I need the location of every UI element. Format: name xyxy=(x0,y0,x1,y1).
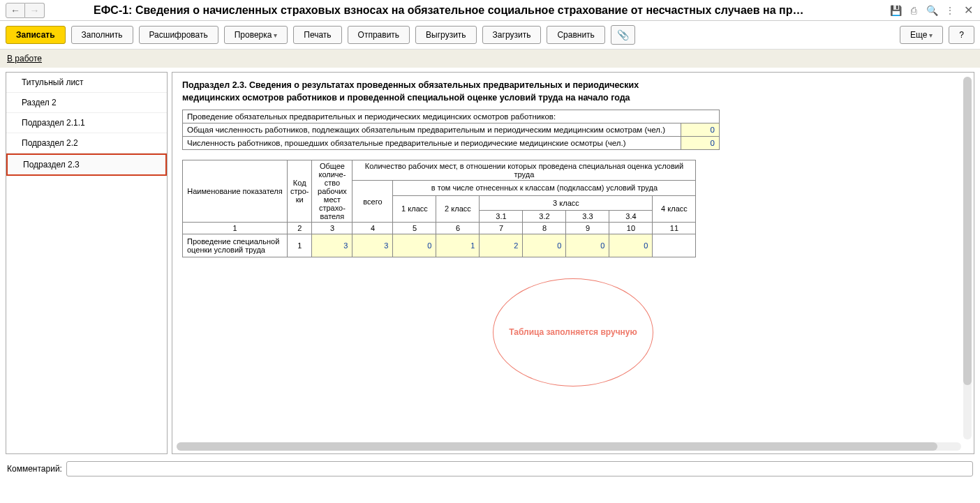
t1-row-1: Численность работников, прошедших обязат… xyxy=(183,137,720,150)
annotation-wrap: Таблица заполняется вручную xyxy=(182,278,964,386)
window-title: ЕФС-1: Сведения о начисленных страховых … xyxy=(52,4,889,17)
t2-h-name: Наименование показателя xyxy=(183,160,288,223)
close-icon[interactable]: ✕ xyxy=(962,4,974,17)
t2-v-4[interactable]: 2 xyxy=(480,234,523,257)
t2-h-33: 3.3 xyxy=(566,211,609,223)
t2-h-code: Код стро-ки xyxy=(288,160,312,223)
t2-cn-9: 9 xyxy=(566,223,609,234)
t1-row-0: Общая численность работников, подлежащих… xyxy=(183,123,720,137)
status-link[interactable]: В работе xyxy=(7,54,42,63)
t2-v-0[interactable]: 3 xyxy=(312,234,352,257)
nav-back-button[interactable]: ← xyxy=(6,3,25,18)
check-button[interactable]: Проверка xyxy=(224,26,288,44)
t2-v-3[interactable]: 1 xyxy=(436,234,480,257)
t2-h-c1: 1 класс xyxy=(393,195,436,223)
more-button[interactable]: Еще xyxy=(900,26,943,44)
sidebar-item-subsection-22[interactable]: Подраздел 2.2 xyxy=(6,133,167,153)
t2-cn-6: 6 xyxy=(436,223,480,234)
decode-button[interactable]: Расшифровать xyxy=(139,26,218,44)
content-vscroll[interactable] xyxy=(963,77,972,440)
import-button[interactable]: Загрузить xyxy=(482,26,542,44)
t2-h-total-places: Общее количе-ство рабочих мест страхо-ва… xyxy=(312,160,352,223)
menu-icon[interactable]: ⋮ xyxy=(944,4,956,17)
t2-data-row: Проведение специальной оценки условий тр… xyxy=(183,234,696,257)
fill-button[interactable]: Заполнить xyxy=(71,26,133,44)
titlebar-actions: 💾 ⎙ 🔍 ⋮ ✕ xyxy=(889,4,974,17)
annotation-bubble: Таблица заполняется вручную xyxy=(493,278,653,386)
t2-h-c2: 2 класс xyxy=(436,195,480,223)
write-button[interactable]: Записать xyxy=(6,26,66,44)
t1-row-1-value[interactable]: 0 xyxy=(681,137,720,150)
comment-label: Комментарий: xyxy=(7,464,62,474)
section-heading: Подраздел 2.3. Сведения о результатах пр… xyxy=(182,80,699,104)
t2-h-c3: 3 класс xyxy=(480,195,653,211)
t1-row-0-value[interactable]: 0 xyxy=(681,123,720,137)
send-button[interactable]: Отправить xyxy=(348,26,410,44)
print-button[interactable]: Печать xyxy=(293,26,341,44)
t1-row-1-label: Численность работников, прошедших обязат… xyxy=(183,137,681,150)
sidebar-item-title-page[interactable]: Титульный лист xyxy=(6,73,167,93)
comment-input[interactable] xyxy=(66,461,973,476)
t2-v-2[interactable]: 0 xyxy=(393,234,436,257)
t1-row-0-label: Общая численность работников, подлежащих… xyxy=(183,123,681,137)
t2-cn-4: 4 xyxy=(352,223,393,234)
t2-cn-2: 2 xyxy=(288,223,312,234)
print-icon[interactable]: ⎙ xyxy=(907,4,920,17)
save-icon[interactable]: 💾 xyxy=(889,4,902,17)
main-layout: Титульный лист Раздел 2 Подраздел 2.1.1 … xyxy=(0,68,980,458)
t2-h-incl: в том числе отнесенных к классам (подкла… xyxy=(393,181,696,196)
t2-h-31: 3.1 xyxy=(480,211,523,223)
t2-v-6[interactable]: 0 xyxy=(566,234,609,257)
t2-h-32: 3.2 xyxy=(523,211,566,223)
t2-v-1[interactable]: 3 xyxy=(352,234,393,257)
compare-button[interactable]: Сравнить xyxy=(547,26,604,44)
t2-cn-1: 1 xyxy=(183,223,288,234)
sidebar-item-subsection-23[interactable]: Подраздел 2.3 xyxy=(6,153,167,176)
t2-v-blank xyxy=(653,234,696,257)
t2-h-c4: 4 класс xyxy=(653,195,696,223)
content-hscroll[interactable] xyxy=(177,442,961,451)
assessment-table: Наименование показателя Код стро-ки Обще… xyxy=(182,160,696,257)
sidebar-item-subsection-211[interactable]: Подраздел 2.1.1 xyxy=(6,113,167,133)
t2-row-name: Проведение специальной оценки условий тр… xyxy=(183,234,288,257)
titlebar: ← → ЕФС-1: Сведения о начисленных страхо… xyxy=(0,0,980,21)
preview-icon[interactable]: 🔍 xyxy=(926,4,938,17)
t1-header: Проведение обязательных предварительных … xyxy=(183,110,720,123)
t2-cn-7: 7 xyxy=(480,223,523,234)
t2-cn-10: 10 xyxy=(609,223,653,234)
t2-row-code: 1 xyxy=(288,234,312,257)
t2-cn-3: 3 xyxy=(312,223,352,234)
sidebar-item-section-2[interactable]: Раздел 2 xyxy=(6,93,167,113)
content-area: Подраздел 2.3. Сведения о результатах пр… xyxy=(172,72,974,454)
export-button[interactable]: Выгрузить xyxy=(415,26,477,44)
t2-v-5[interactable]: 0 xyxy=(523,234,566,257)
t2-h-34: 3.4 xyxy=(609,211,653,223)
attach-button[interactable]: 📎 xyxy=(611,25,635,45)
t2-h-all: всего xyxy=(352,181,393,223)
toolbar: Записать Заполнить Расшифровать Проверка… xyxy=(0,21,980,50)
status-bar: В работе xyxy=(0,50,980,68)
t2-colnum-row: 1 2 3 4 5 6 7 8 9 10 11 xyxy=(183,223,696,234)
t2-cn-8: 8 xyxy=(523,223,566,234)
t2-v-7[interactable]: 0 xyxy=(609,234,653,257)
comment-row: Комментарий: xyxy=(0,458,980,479)
help-button[interactable]: ? xyxy=(949,26,974,44)
t2-h-workplaces: Количество рабочих мест, в отношении кот… xyxy=(352,160,696,181)
nav-buttons: ← → xyxy=(6,3,45,18)
nav-forward-button[interactable]: → xyxy=(25,3,45,18)
t2-cn-5: 5 xyxy=(393,223,436,234)
medical-exam-table: Проведение обязательных предварительных … xyxy=(182,110,720,150)
sidebar: Титульный лист Раздел 2 Подраздел 2.1.1 … xyxy=(6,72,168,454)
content-inner: Подраздел 2.3. Сведения о результатах пр… xyxy=(172,73,974,453)
t2-cn-11: 11 xyxy=(653,223,696,234)
